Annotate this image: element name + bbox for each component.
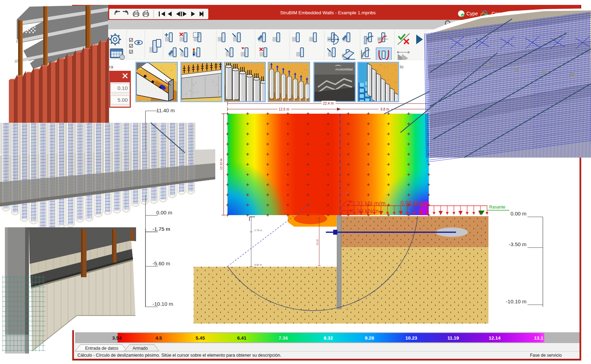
svg-text:12.14: 12.14: [489, 335, 501, 341]
svg-text:12.32 m: 12.32 m: [219, 159, 223, 170]
svg-text:10.10: 10.10: [316, 239, 319, 245]
svg-text:22.4 m: 22.4 m: [323, 101, 334, 105]
svg-text:8.32: 8.32: [324, 335, 333, 341]
svg-text:7.36: 7.36: [279, 335, 288, 341]
svg-text:0.00 m: 0.00 m: [510, 211, 526, 217]
svg-text:1.99 kN/m: 1.99 kN/m: [352, 208, 379, 214]
svg-text:Entrada de datos: Entrada de datos: [85, 346, 118, 351]
svg-text:Cype: Cype: [466, 11, 478, 16]
svg-text:Fase de servicio: Fase de servicio: [530, 353, 562, 358]
svg-text:13.1: 13.1: [534, 335, 544, 341]
svg-text:Rasante: Rasante: [489, 205, 506, 210]
svg-text:0.10: 0.10: [118, 85, 128, 91]
svg-text:6.41: 6.41: [237, 335, 247, 341]
svg-text:11.19: 11.19: [447, 335, 459, 341]
svg-text:4.5: 4.5: [156, 335, 162, 341]
svg-text:9.8 m: 9.8 m: [380, 107, 389, 111]
svg-text:-5.60 m: -5.60 m: [152, 260, 170, 266]
svg-text:-10.10 m: -10.10 m: [506, 298, 526, 304]
svg-text:-5.60 m: -5.60 m: [254, 264, 262, 266]
svg-text:-3.50 m: -3.50 m: [509, 241, 526, 247]
svg-text:StruBIM Embedded Walls - Examp: StruBIM Embedded Walls - Example 1.mpnbs: [280, 10, 376, 15]
svg-text:12.6 m: 12.6 m: [279, 107, 290, 111]
svg-text:-10.10 m: -10.10 m: [152, 301, 173, 307]
svg-text:11.40 m: 11.40 m: [156, 107, 175, 113]
svg-text:Armado: Armado: [133, 346, 148, 351]
svg-text:-1.75 m: -1.75 m: [152, 226, 170, 232]
svg-text:lo: lo: [400, 64, 403, 69]
svg-text:0.98 kN/m: 0.98 kN/m: [401, 200, 427, 206]
svg-text:10.23: 10.23: [405, 335, 417, 341]
svg-text:ArcelorMittal: ArcelorMittal: [335, 68, 353, 71]
svg-text:3.31 kN·m/m: 3.31 kN·m/m: [352, 200, 386, 207]
svg-text:-1.75 m: -1.75 m: [254, 229, 262, 232]
svg-text:3.54: 3.54: [112, 335, 122, 341]
svg-text:5.00: 5.00: [118, 97, 128, 103]
svg-text:5.45: 5.45: [196, 335, 205, 341]
svg-text:Cálculo - Círculo de deslizami: Cálculo - Círculo de deslizamiento pésim…: [77, 353, 281, 358]
svg-text:0.00 m: 0.00 m: [156, 210, 172, 215]
svg-text:9.28: 9.28: [365, 335, 374, 341]
svg-text:1 m: 1 m: [343, 191, 349, 195]
svg-text:ra: ra: [109, 64, 113, 69]
